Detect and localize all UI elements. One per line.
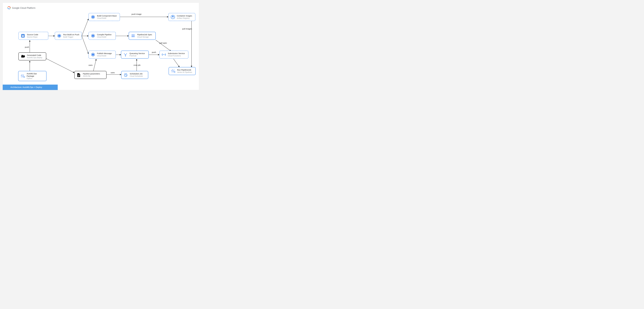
svg-rect-57 (78, 75, 80, 75)
svg-marker-1 (8, 6, 10, 8)
node-build-component-base: Build Component BaseCloud Build (88, 13, 120, 21)
node-run-pipelinejob: Run PipelineJobVertex AI Pipelines (168, 67, 196, 75)
gcp-logo-text: Google Cloud Platform (12, 7, 36, 10)
node-pipelinejob-spec: PipelineJob SpecCloud Storage (129, 32, 156, 40)
svg-point-45 (164, 54, 164, 55)
label-push: push (25, 46, 29, 48)
diagram-canvas: Google Cloud Platform (0, 0, 202, 93)
svg-point-54 (22, 76, 23, 76)
svg-point-44 (163, 54, 164, 55)
node-container-images: Container ImagesArtifact Registry (168, 13, 196, 21)
cloud-build-icon (90, 14, 96, 20)
cloud-build-icon (90, 52, 96, 57)
svg-marker-2 (8, 8, 10, 9)
label-cron-job: cron job (134, 64, 140, 66)
footer-text: Architecture: AutoMLOps > Deploy (10, 86, 42, 88)
node-publish-message: Publish MessageCloud Build (88, 50, 116, 58)
gcp-logo: Google Cloud Platform (7, 6, 36, 10)
node-submission-service: Submission ServiceCloud Functions (159, 50, 188, 58)
svg-line-15 (174, 59, 180, 67)
node-pipeline-parameters: Pipeline parametersJSON file (74, 71, 106, 79)
svg-point-52 (21, 75, 22, 76)
cloud-functions-icon (162, 52, 166, 57)
svg-rect-25 (172, 16, 173, 16)
label-push-image: push image (132, 13, 142, 15)
svg-marker-3 (10, 8, 10, 9)
svg-line-14 (156, 40, 171, 51)
svg-marker-22 (171, 15, 175, 19)
svg-point-69 (174, 72, 175, 72)
cloud-storage-icon (131, 33, 136, 38)
svg-point-53 (22, 74, 22, 75)
node-compile-pipeline: Compile PipelineCloud Build (88, 32, 116, 40)
node-source-code: Source CodeSource Repo (18, 32, 48, 40)
svg-point-66 (172, 70, 173, 70)
footer-banner: Architecture: AutoMLOps > Deploy (3, 84, 58, 90)
svg-point-65 (172, 70, 172, 71)
node-generated-code: Generated CodeAutoMLOps.deploy (18, 52, 46, 60)
cloud-scheduler-icon (123, 72, 128, 78)
diagram-frame: Google Cloud Platform (2, 2, 199, 90)
vertex-ai-icon (20, 74, 25, 78)
svg-line-41 (124, 54, 126, 55)
node-queueing-service: Queueing ServicePub/Sub (121, 50, 149, 58)
label-push2: push (152, 51, 156, 53)
node-automlops-package: AutoMLOps PackagePython (18, 71, 46, 81)
pubsub-icon (123, 52, 128, 57)
cloud-build-icon (90, 33, 96, 38)
svg-line-42 (126, 54, 126, 55)
node-run-build-on-push: Run Build on PushBuild Trigger (55, 32, 82, 40)
svg-point-68 (174, 70, 174, 70)
svg-line-7 (82, 19, 88, 36)
svg-rect-59 (78, 76, 79, 76)
label-uses1: uses (88, 64, 92, 66)
svg-line-9 (82, 36, 88, 54)
vertex-pipelines-icon (171, 68, 176, 74)
svg-rect-23 (172, 16, 173, 17)
source-repo-icon (20, 33, 25, 38)
svg-rect-24 (173, 16, 174, 17)
svg-line-17 (94, 59, 96, 71)
json-file-icon (76, 72, 81, 78)
folder-stack-icon (20, 54, 25, 59)
svg-point-67 (173, 71, 174, 71)
svg-point-55 (23, 75, 24, 75)
build-trigger-icon (57, 33, 62, 38)
label-uses2: uses (111, 72, 115, 74)
svg-point-33 (134, 35, 134, 35)
label-pull-images: pull images (182, 28, 192, 30)
gcp-hex-icon (7, 6, 11, 10)
svg-rect-58 (78, 76, 80, 76)
svg-point-34 (134, 36, 134, 37)
svg-point-56 (24, 76, 25, 78)
svg-point-46 (164, 54, 165, 55)
artifact-registry-icon (170, 14, 175, 20)
node-scheduled-job: Scheduled JobCloud Scheduler (121, 71, 148, 79)
svg-line-16 (46, 58, 74, 73)
label-pull-spec: pull spec (159, 42, 167, 44)
